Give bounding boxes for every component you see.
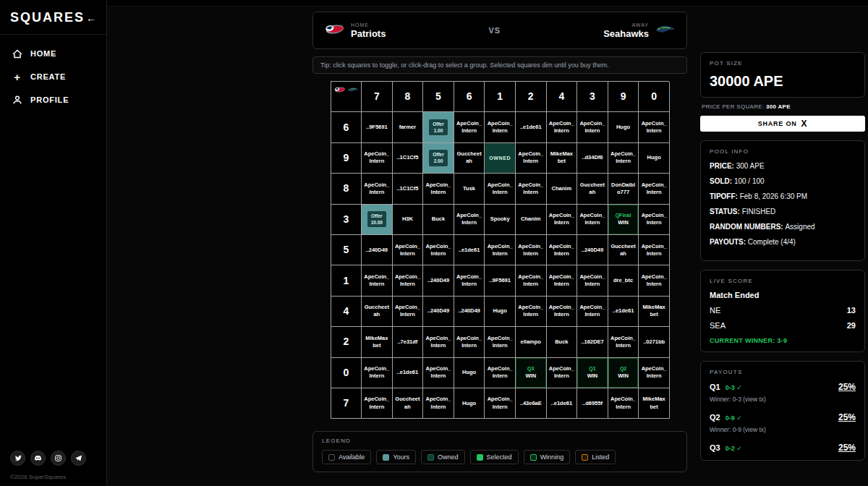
- grid-cell[interactable]: ApeCoin_Intern: [547, 205, 578, 235]
- grid-cell[interactable]: MikeMaxbet: [639, 297, 670, 327]
- grid-cell[interactable]: ..240D49: [423, 265, 454, 296]
- grid-cell[interactable]: ApeCoin_Intern: [485, 174, 516, 204]
- grid-cell[interactable]: ApeCoin_Intern: [639, 112, 670, 142]
- grid-cell[interactable]: ..7e31df: [393, 327, 424, 357]
- grid-cell[interactable]: Chanim: [547, 174, 578, 204]
- grid-cell-listed-offer[interactable]: Offer2.00: [423, 143, 454, 174]
- grid-cell[interactable]: ..1C1Cf5: [393, 143, 424, 174]
- grid-cell[interactable]: ApeCoin_Intern: [393, 265, 424, 296]
- grid-cell[interactable]: ApeCoin_Intern: [639, 205, 670, 235]
- grid-cell[interactable]: ..240D49: [423, 297, 454, 327]
- grid-cell[interactable]: ApeCoin_Intern: [454, 265, 485, 296]
- grid-cell[interactable]: ApeCoin_Intern: [516, 174, 547, 204]
- grid-cell[interactable]: ApeCoin_Intern: [362, 358, 393, 388]
- grid-cell[interactable]: ApeCoin_Intern: [454, 327, 485, 357]
- payout-winner-tx-link[interactable]: Winner: 0-3 (view tx): [710, 396, 856, 403]
- share-on-x-button[interactable]: SHARE ON X: [700, 116, 865, 132]
- grid-cell[interactable]: ..e1de61: [547, 388, 578, 419]
- grid-cell[interactable]: ApeCoin_Intern: [608, 388, 639, 419]
- grid-cell[interactable]: ApeCoin_Intern: [608, 143, 639, 174]
- grid-cell[interactable]: ..9F5691: [362, 112, 393, 142]
- grid-cell[interactable]: Buck: [423, 205, 454, 235]
- grid-cell[interactable]: MikeMaxbet: [639, 388, 670, 419]
- grid-cell[interactable]: MikeMaxbet: [362, 327, 393, 357]
- sidebar-item-profile[interactable]: PROFILE: [0, 88, 106, 111]
- grid-cell[interactable]: Buck: [547, 327, 578, 357]
- grid-cell[interactable]: ellampo: [516, 327, 547, 357]
- grid-cell[interactable]: ApeCoin_Intern: [577, 265, 608, 296]
- grid-cell[interactable]: Guccheetah: [393, 388, 424, 419]
- grid-cell-winning[interactable]: Q2WIN: [608, 358, 639, 388]
- grid-cell[interactable]: ApeCoin_Intern: [639, 265, 670, 296]
- grid-cell[interactable]: ApeCoin_Intern: [393, 297, 424, 327]
- grid-cell[interactable]: ApeCoin_Intern: [547, 265, 578, 296]
- sidebar-item-create[interactable]: + CREATE: [0, 65, 106, 88]
- grid-cell-listed-offer[interactable]: Offer10.00: [362, 205, 393, 235]
- grid-cell[interactable]: Guccheetah: [608, 235, 639, 265]
- grid-cell[interactable]: ApeCoin_Intern: [485, 358, 516, 388]
- grid-cell[interactable]: Spooky: [485, 205, 516, 235]
- grid-cell-winning[interactable]: Q1WIN: [577, 358, 608, 388]
- grid-cell[interactable]: ApeCoin_Intern: [547, 297, 578, 327]
- grid-cell[interactable]: ApeCoin_Intern: [362, 143, 393, 174]
- grid-cell[interactable]: Hugo: [454, 358, 485, 388]
- grid-cell[interactable]: Hugo: [639, 143, 670, 174]
- grid-cell-winning[interactable]: QFinalWIN: [608, 205, 639, 235]
- grid-cell[interactable]: Tusk: [454, 174, 485, 204]
- discord-icon[interactable]: [30, 451, 46, 466]
- grid-cell[interactable]: Guccheetah: [454, 143, 485, 174]
- grid-cell[interactable]: farmer: [393, 112, 424, 142]
- grid-cell[interactable]: Hugo: [608, 112, 639, 142]
- grid-cell[interactable]: ApeCoin_Intern: [485, 235, 516, 265]
- grid-cell[interactable]: ..e1de61: [393, 358, 424, 388]
- grid-cell[interactable]: DonDaiblo777: [608, 174, 639, 204]
- grid-cell[interactable]: ..d34Df6: [577, 143, 608, 174]
- grid-cell[interactable]: ..240D49: [362, 235, 393, 265]
- grid-cell[interactable]: H3K: [393, 205, 424, 235]
- telegram-icon[interactable]: [71, 451, 86, 466]
- grid-cell[interactable]: ApeCoin_Intern: [639, 174, 670, 204]
- collapse-sidebar-icon[interactable]: ←: [85, 12, 98, 24]
- grid-cell-winning[interactable]: Q3WIN: [516, 358, 547, 388]
- grid-cell[interactable]: ApeCoin_Intern: [516, 297, 547, 327]
- grid-cell[interactable]: ApeCoin_Intern: [393, 235, 424, 265]
- grid-cell[interactable]: ..9F5691: [485, 265, 516, 296]
- grid-cell[interactable]: ..162DE7: [577, 327, 608, 357]
- grid-cell[interactable]: ApeCoin_Intern: [516, 235, 547, 265]
- grid-cell[interactable]: ApeCoin_Intern: [608, 327, 639, 357]
- grid-cell[interactable]: ApeCoin_Intern: [639, 235, 670, 265]
- grid-cell[interactable]: ..e1de61: [454, 235, 485, 265]
- grid-cell[interactable]: ApeCoin_Intern: [485, 327, 516, 357]
- grid-cell[interactable]: dre_btc: [608, 265, 639, 296]
- grid-cell[interactable]: Chanim: [516, 205, 547, 235]
- grid-cell[interactable]: ApeCoin_Intern: [485, 112, 516, 142]
- grid-cell[interactable]: ApeCoin_Intern: [577, 112, 608, 142]
- grid-cell[interactable]: ..240D49: [577, 235, 608, 265]
- grid-cell[interactable]: Guccheetah: [362, 297, 393, 327]
- grid-cell[interactable]: ApeCoin_Intern: [423, 358, 454, 388]
- grid-cell[interactable]: ApeCoin_Intern: [547, 358, 578, 388]
- payout-winner-tx-link[interactable]: Winner: 0-9 (view tx): [710, 426, 856, 433]
- grid-cell[interactable]: ApeCoin_Intern: [423, 388, 454, 419]
- grid-cell[interactable]: ..e1de61: [516, 112, 547, 142]
- grid-cell[interactable]: ApeCoin_Intern: [547, 235, 578, 265]
- grid-cell[interactable]: MikeMaxbet: [547, 143, 578, 174]
- grid-cell[interactable]: ApeCoin_Intern: [577, 205, 608, 235]
- grid-cell[interactable]: ..e1de61: [608, 297, 639, 327]
- instagram-icon[interactable]: [51, 451, 66, 466]
- grid-cell[interactable]: Hugo: [485, 297, 516, 327]
- grid-cell[interactable]: ApeCoin_Intern: [639, 358, 670, 388]
- grid-cell[interactable]: ApeCoin_Intern: [423, 174, 454, 204]
- grid-cell[interactable]: ..d6955f: [577, 388, 608, 419]
- grid-cell[interactable]: ApeCoin_Intern: [362, 265, 393, 296]
- grid-cell[interactable]: ApeCoin_Intern: [362, 388, 393, 419]
- grid-cell[interactable]: ApeCoin_Intern: [423, 235, 454, 265]
- grid-cell-owned[interactable]: OWNED: [485, 143, 516, 174]
- grid-cell[interactable]: Hugo: [454, 388, 485, 419]
- payout-percentage-link[interactable]: 25%: [838, 382, 856, 392]
- grid-cell[interactable]: ApeCoin_Intern: [485, 388, 516, 419]
- grid-cell[interactable]: ApeCoin_Intern: [454, 112, 485, 142]
- payout-percentage-link[interactable]: 25%: [838, 443, 856, 453]
- grid-cell-listed-offer[interactable]: Offer1.00: [423, 112, 454, 142]
- grid-cell[interactable]: ApeCoin_Intern: [362, 174, 393, 204]
